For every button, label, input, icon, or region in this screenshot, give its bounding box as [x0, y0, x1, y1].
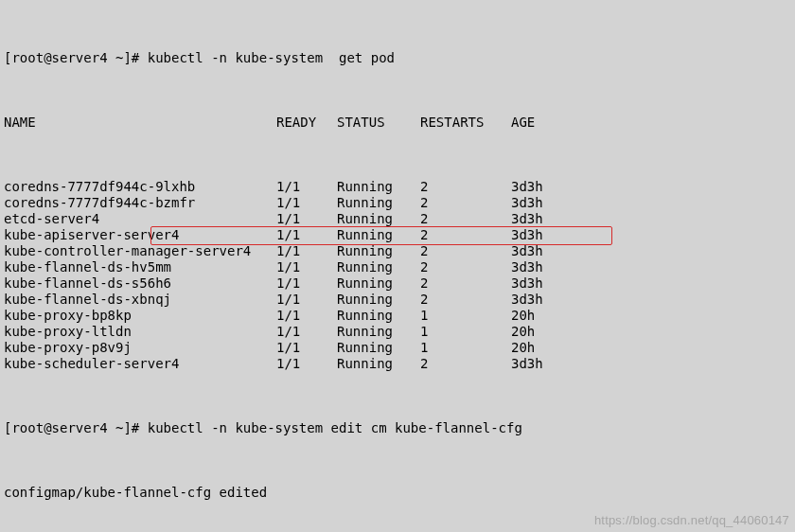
pod-restarts: 2 [420, 292, 511, 308]
table-row: kube-proxy-bp8kp1/1Running120h [4, 308, 791, 324]
pod-status: Running [337, 259, 420, 275]
pod-ready: 1/1 [276, 259, 337, 275]
pod-list-1: coredns-7777df944c-9lxhb1/1Running23d3hc… [4, 179, 791, 372]
pod-restarts: 2 [420, 275, 511, 292]
table-row: kube-proxy-ltldn1/1Running120h [4, 324, 791, 340]
table-row: kube-flannel-ds-hv5mm1/1Running23d3h [4, 259, 791, 275]
watermark: https://blog.csdn.net/qq_44060147 [594, 512, 789, 528]
table-row: coredns-7777df944c-bzmfr1/1Running23d3h [4, 195, 791, 211]
pod-name: kube-flannel-ds-hv5mm [4, 259, 276, 275]
pod-status: Running [337, 292, 420, 308]
pod-restarts: 1 [420, 308, 511, 324]
header-restarts: RESTARTS [420, 115, 511, 131]
terminal[interactable]: [root@server4 ~]# kubectl -n kube-system… [0, 0, 795, 532]
pod-name: kube-proxy-ltldn [4, 324, 276, 340]
pod-age: 3d3h [511, 227, 543, 243]
table-row: coredns-7777df944c-9lxhb1/1Running23d3h [4, 179, 791, 195]
pod-age: 3d3h [511, 179, 543, 195]
shell-prompt: [root@server4 ~]# [4, 420, 148, 435]
pod-status: Running [337, 195, 420, 211]
pod-name: kube-flannel-ds-xbnqj [4, 292, 276, 308]
pod-age: 20h [511, 324, 535, 340]
pod-restarts: 2 [420, 179, 511, 195]
pod-ready: 1/1 [276, 227, 337, 243]
pod-name: kube-proxy-p8v9j [4, 340, 276, 356]
pod-restarts: 2 [420, 259, 511, 275]
pod-age: 20h [511, 340, 535, 356]
pod-ready: 1/1 [276, 356, 337, 372]
pod-ready: 1/1 [276, 195, 337, 211]
pod-restarts: 2 [420, 227, 511, 243]
pod-status: Running [337, 356, 420, 372]
pod-ready: 1/1 [276, 211, 337, 227]
pod-status: Running [337, 227, 420, 243]
pod-age: 20h [511, 308, 535, 324]
pod-age: 3d3h [511, 356, 543, 372]
pod-status: Running [337, 340, 420, 356]
pod-ready: 1/1 [276, 340, 337, 356]
command-text: kubectl -n kube-system get pod [148, 50, 395, 65]
pod-ready: 1/1 [276, 308, 337, 324]
table-row: kube-apiserver-server41/1Running23d3h [4, 227, 791, 243]
pod-restarts: 1 [420, 340, 511, 356]
shell-prompt: [root@server4 ~]# [4, 50, 148, 65]
command-line: [root@server4 ~]# kubectl -n kube-system… [4, 50, 791, 66]
pod-restarts: 2 [420, 243, 511, 259]
table-row: kube-flannel-ds-s56h61/1Running23d3h [4, 275, 791, 292]
pod-name: etcd-server4 [4, 211, 276, 227]
pod-name: coredns-7777df944c-9lxhb [4, 179, 276, 195]
pod-age: 3d3h [511, 195, 543, 211]
pod-name: kube-apiserver-server4 [4, 227, 276, 243]
pod-restarts: 1 [420, 324, 511, 340]
pod-name: kube-scheduler-server4 [4, 356, 276, 372]
header-status: STATUS [337, 115, 420, 131]
pod-age: 3d3h [511, 211, 543, 227]
pod-status: Running [337, 308, 420, 324]
pod-restarts: 2 [420, 356, 511, 372]
pod-ready: 1/1 [276, 275, 337, 292]
pod-restarts: 2 [420, 195, 511, 211]
header-age: AGE [511, 115, 535, 131]
pod-ready: 1/1 [276, 292, 337, 308]
command-text: kubectl -n kube-system edit cm kube-flan… [148, 420, 522, 435]
pod-age: 3d3h [511, 292, 543, 308]
pod-ready: 1/1 [276, 179, 337, 195]
pod-status: Running [337, 211, 420, 227]
pod-status: Running [337, 275, 420, 292]
pod-name: kube-controller-manager-server4 [4, 243, 276, 259]
pod-ready: 1/1 [276, 243, 337, 259]
pod-ready: 1/1 [276, 324, 337, 340]
edit-result: configmap/kube-flannel-cfg edited [4, 485, 791, 501]
header-ready: READY [276, 115, 337, 131]
table-header: NAMEREADYSTATUSRESTARTSAGE [4, 115, 791, 131]
table-row: kube-controller-manager-server41/1Runnin… [4, 243, 791, 259]
table-row: kube-flannel-ds-xbnqj1/1Running23d3h [4, 292, 791, 308]
command-line: [root@server4 ~]# kubectl -n kube-system… [4, 420, 791, 436]
pod-age: 3d3h [511, 243, 543, 259]
table-row: kube-proxy-p8v9j1/1Running120h [4, 340, 791, 356]
table-row: kube-scheduler-server41/1Running23d3h [4, 356, 791, 372]
pod-name: coredns-7777df944c-bzmfr [4, 195, 276, 211]
pod-age: 3d3h [511, 259, 543, 275]
pod-restarts: 2 [420, 211, 511, 227]
pod-name: kube-flannel-ds-s56h6 [4, 275, 276, 292]
pod-status: Running [337, 179, 420, 195]
pod-status: Running [337, 324, 420, 340]
pod-name: kube-proxy-bp8kp [4, 308, 276, 324]
header-name: NAME [4, 115, 276, 131]
table-row: etcd-server41/1Running23d3h [4, 211, 791, 227]
pod-age: 3d3h [511, 275, 543, 292]
pod-status: Running [337, 243, 420, 259]
